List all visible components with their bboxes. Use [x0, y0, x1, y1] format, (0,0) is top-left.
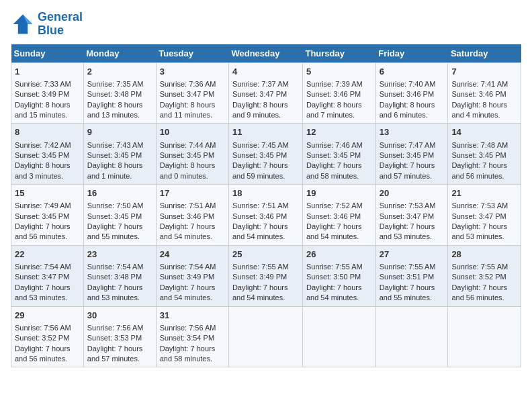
calendar-cell: 17Sunrise: 7:51 AMSunset: 3:46 PMDayligh…	[156, 185, 228, 246]
calendar-cell: 10Sunrise: 7:44 AMSunset: 3:45 PMDayligh…	[156, 124, 228, 185]
day-detail: Sunset: 3:47 PM	[380, 212, 445, 222]
day-number: 27	[380, 248, 445, 261]
day-detail: Sunset: 3:52 PM	[15, 333, 80, 343]
calendar-cell: 30Sunrise: 7:56 AMSunset: 3:53 PMDayligh…	[83, 306, 156, 367]
day-detail: Sunrise: 7:41 AM	[451, 79, 517, 89]
day-number: 29	[15, 310, 80, 322]
day-detail: Sunset: 3:45 PM	[451, 150, 517, 161]
day-detail: Sunrise: 7:37 AM	[232, 79, 299, 89]
calendar-cell: 16Sunrise: 7:50 AMSunset: 3:45 PMDayligh…	[83, 185, 156, 246]
calendar-cell: 9Sunrise: 7:43 AMSunset: 3:45 PMDaylight…	[83, 124, 156, 185]
day-detail: Sunrise: 7:36 AM	[160, 79, 225, 89]
day-detail: Sunset: 3:47 PM	[160, 89, 225, 99]
day-detail: and 1 minute.	[87, 171, 152, 181]
calendar-cell: 6Sunrise: 7:40 AMSunset: 3:46 PMDaylight…	[375, 62, 448, 124]
week-row-2: 8Sunrise: 7:42 AMSunset: 3:45 PMDaylight…	[11, 124, 521, 185]
day-detail: Sunrise: 7:55 AM	[232, 262, 299, 272]
day-detail: and 13 minutes.	[87, 110, 152, 120]
day-detail: Sunset: 3:46 PM	[451, 89, 517, 99]
day-detail: and 53 minutes.	[451, 232, 517, 242]
day-detail: Daylight: 7 hours	[87, 283, 152, 293]
day-detail: Sunset: 3:45 PM	[15, 212, 80, 222]
calendar-cell: 27Sunrise: 7:55 AMSunset: 3:51 PMDayligh…	[375, 245, 448, 306]
day-detail: Daylight: 7 hours	[15, 222, 80, 232]
day-detail: Sunset: 3:47 PM	[451, 212, 517, 222]
day-number: 28	[451, 248, 517, 261]
week-row-4: 22Sunrise: 7:54 AMSunset: 3:47 PMDayligh…	[11, 245, 521, 306]
day-number: 20	[380, 187, 445, 199]
week-row-5: 29Sunrise: 7:56 AMSunset: 3:52 PMDayligh…	[11, 306, 521, 367]
day-detail: Daylight: 8 hours	[87, 100, 152, 110]
column-header-monday: Monday	[83, 44, 156, 63]
day-detail: Daylight: 8 hours	[160, 100, 225, 110]
day-detail: Sunrise: 7:40 AM	[380, 79, 445, 89]
day-detail: Daylight: 7 hours	[451, 222, 517, 232]
day-detail: and 54 minutes.	[232, 232, 299, 242]
day-detail: Sunrise: 7:47 AM	[380, 140, 445, 150]
day-detail: and 11 minutes.	[160, 110, 225, 120]
day-number: 15	[15, 187, 80, 199]
day-detail: and 7 minutes.	[306, 110, 372, 120]
day-detail: Daylight: 7 hours	[306, 222, 372, 232]
day-detail: Daylight: 8 hours	[380, 100, 445, 110]
calendar-cell: 24Sunrise: 7:54 AMSunset: 3:49 PMDayligh…	[156, 245, 228, 306]
day-detail: and 53 minutes.	[380, 232, 445, 242]
day-number: 13	[380, 126, 445, 138]
day-detail: Daylight: 7 hours	[15, 344, 80, 354]
day-number: 10	[160, 126, 225, 138]
day-detail: Sunrise: 7:52 AM	[306, 201, 372, 211]
calendar-cell: 23Sunrise: 7:54 AMSunset: 3:48 PMDayligh…	[83, 245, 156, 306]
day-detail: Daylight: 7 hours	[232, 283, 299, 293]
day-detail: Sunset: 3:46 PM	[160, 212, 225, 222]
logo-icon	[11, 12, 35, 36]
column-header-saturday: Saturday	[448, 44, 521, 63]
day-detail: Sunset: 3:46 PM	[232, 212, 299, 222]
day-detail: and 54 minutes.	[160, 232, 225, 242]
day-detail: and 57 minutes.	[380, 171, 445, 181]
day-detail: Sunrise: 7:51 AM	[232, 201, 299, 211]
day-detail: Sunset: 3:46 PM	[306, 89, 372, 99]
calendar-cell: 14Sunrise: 7:48 AMSunset: 3:45 PMDayligh…	[448, 124, 521, 185]
calendar-cell: 3Sunrise: 7:36 AMSunset: 3:47 PMDaylight…	[156, 62, 228, 124]
column-header-sunday: Sunday	[11, 44, 84, 63]
day-detail: Sunset: 3:54 PM	[160, 333, 225, 343]
day-detail: Sunset: 3:45 PM	[232, 150, 299, 161]
calendar-cell: 1Sunrise: 7:33 AMSunset: 3:49 PMDaylight…	[11, 62, 84, 124]
day-detail: and 53 minutes.	[87, 293, 152, 303]
day-detail: and 15 minutes.	[15, 110, 80, 120]
day-detail: Sunset: 3:50 PM	[306, 272, 372, 282]
calendar-cell: 19Sunrise: 7:52 AMSunset: 3:46 PMDayligh…	[302, 185, 375, 246]
day-detail: Daylight: 7 hours	[451, 283, 517, 293]
day-detail: and 54 minutes.	[232, 293, 299, 303]
day-detail: Sunrise: 7:45 AM	[232, 140, 299, 150]
calendar-cell: 18Sunrise: 7:51 AMSunset: 3:46 PMDayligh…	[228, 185, 302, 246]
column-header-tuesday: Tuesday	[156, 44, 228, 63]
calendar-cell: 12Sunrise: 7:46 AMSunset: 3:45 PMDayligh…	[302, 124, 375, 185]
calendar-cell	[448, 306, 521, 367]
day-detail: Sunrise: 7:53 AM	[380, 201, 445, 211]
day-detail: Sunset: 3:45 PM	[380, 150, 445, 161]
day-detail: and 56 minutes.	[15, 232, 80, 242]
page-header: General Blue	[11, 11, 521, 38]
day-detail: Sunset: 3:53 PM	[87, 333, 152, 343]
column-headers: SundayMondayTuesdayWednesdayThursdayFrid…	[11, 44, 521, 63]
calendar-cell: 15Sunrise: 7:49 AMSunset: 3:45 PMDayligh…	[11, 185, 84, 246]
day-detail: Daylight: 8 hours	[232, 100, 299, 110]
day-number: 9	[87, 126, 152, 138]
calendar-cell	[375, 306, 448, 367]
day-detail: Sunrise: 7:54 AM	[87, 262, 152, 272]
day-number: 21	[451, 187, 517, 199]
calendar-cell: 25Sunrise: 7:55 AMSunset: 3:49 PMDayligh…	[228, 245, 302, 306]
day-detail: Sunrise: 7:54 AM	[15, 262, 80, 272]
day-detail: Daylight: 7 hours	[451, 161, 517, 171]
day-detail: Sunrise: 7:56 AM	[160, 323, 225, 333]
day-detail: Sunset: 3:45 PM	[87, 150, 152, 161]
day-detail: Sunset: 3:45 PM	[15, 150, 80, 161]
day-number: 4	[232, 66, 299, 78]
column-header-friday: Friday	[375, 44, 448, 63]
day-detail: and 0 minutes.	[160, 171, 225, 181]
day-number: 3	[160, 66, 225, 78]
day-detail: Sunrise: 7:42 AM	[15, 140, 80, 150]
day-number: 12	[306, 126, 372, 138]
day-number: 23	[87, 248, 152, 261]
